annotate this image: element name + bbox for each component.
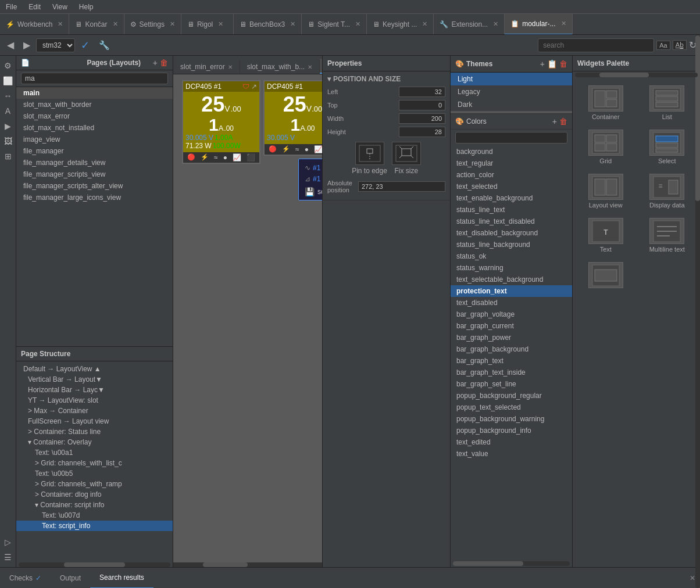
tree-item-text-b5[interactable]: Text: \u00b5 — [16, 468, 173, 479]
color-text-disabled[interactable]: text_disabled — [451, 297, 572, 309]
gear-icon-btn[interactable]: ⚙ — [2, 59, 15, 72]
status-search-results-tab[interactable]: Search results — [90, 568, 153, 589]
page-item-image-view[interactable]: image_view — [16, 134, 173, 145]
color-bar-graph-current[interactable]: bar_graph_current — [451, 320, 572, 332]
add-color-button[interactable]: + — [552, 117, 557, 126]
tree-item-grid-channels[interactable]: > Grid: channels_with_list_c — [16, 458, 173, 468]
menu-edit[interactable]: Edit — [23, 2, 47, 12]
page-item-file-manager-scripts-alter[interactable]: file_manager_scripts_alter_view — [16, 180, 173, 192]
tree-item-default[interactable]: Default → LayoutView ▲ — [16, 364, 173, 374]
color-background[interactable]: background — [451, 146, 572, 157]
tree-item-text-script-info[interactable]: Text: script_info — [16, 521, 173, 531]
tree-item-hbar[interactable]: Horizontal Bar → Layc▼ — [16, 385, 173, 395]
tree-item-overlay[interactable]: ▾ Container: Overlay — [16, 437, 173, 447]
copy-theme-button[interactable]: 📋 — [547, 59, 557, 69]
color-bar-graph-voltage[interactable]: bar_graph_voltage — [451, 309, 572, 320]
widget-unknown[interactable] — [576, 259, 635, 293]
fix-size-btn[interactable]: Fix size — [392, 142, 421, 175]
tree-item-text-a1[interactable]: Text: \u00a1 — [16, 447, 173, 458]
tab-benchbox[interactable]: 🖥 BenchBox3 ✕ — [234, 14, 302, 35]
color-status-ok[interactable]: status_ok — [451, 250, 572, 262]
image-icon-btn[interactable]: 🖼 — [2, 135, 15, 148]
sub-tab-slot-min[interactable]: slot_min_error ✕ — [173, 60, 240, 74]
tab-extension[interactable]: 🔧 Extension... ✕ — [434, 14, 505, 35]
tab-koncar[interactable]: 🖥 Končar ✕ — [69, 14, 124, 35]
page-item-file-manager-large[interactable]: file_manager_large_icons_view — [16, 192, 173, 203]
tab-keysight-close[interactable]: ✕ — [422, 20, 427, 28]
color-status-line-text-disabled[interactable]: status_line_text_disabled — [451, 216, 572, 227]
search-input[interactable] — [538, 38, 654, 52]
page-item-slot-max-border[interactable]: slot_max_with_border — [16, 99, 173, 110]
add-page-button[interactable]: + — [153, 58, 158, 67]
menu-file[interactable]: File — [0, 2, 23, 12]
widget-display-data[interactable]: ≡ Display data — [638, 170, 697, 212]
widget-container[interactable]: Container — [576, 82, 635, 124]
status-checks-tab[interactable]: Checks ✓ — [0, 568, 51, 589]
delete-page-button[interactable]: 🗑 — [160, 58, 168, 67]
device-select[interactable]: stm32 — [36, 38, 75, 52]
tab-benchbox-close[interactable]: ✕ — [290, 20, 295, 28]
tab-extension-close[interactable]: ✕ — [493, 20, 498, 28]
prop-width-value[interactable] — [399, 113, 445, 124]
color-bar-graph-text[interactable]: bar_graph_text — [451, 355, 572, 367]
delete-color-button[interactable]: 🗑 — [559, 117, 567, 126]
theme-item-dark[interactable]: Dark — [451, 98, 572, 111]
color-text-value[interactable]: text_value — [451, 448, 572, 460]
tree-item-vbar[interactable]: Vertical Bar → Layout▼ — [16, 374, 173, 385]
color-bar-graph-text-inside[interactable]: bar_graph_text_inside — [451, 367, 572, 378]
widget-layout-view[interactable]: Layout view — [576, 170, 635, 212]
tree-item-max[interactable]: > Max → Container — [16, 406, 173, 416]
color-popup-text-selected[interactable]: popup_text_selected — [451, 401, 572, 413]
tab-modular-close[interactable]: ✕ — [561, 20, 566, 27]
tab-settings[interactable]: ⚙ Settings ✕ — [124, 14, 181, 35]
widget-icon-btn[interactable]: ⊞ — [2, 150, 15, 163]
tab-siglent[interactable]: 🖥 Siglent T... ✕ — [302, 14, 367, 35]
color-text-selectable-bg[interactable]: text_selectable_background — [451, 274, 572, 285]
page-item-file-manager[interactable]: file_manager — [16, 145, 173, 157]
page-item-slot-max-not-installed[interactable]: slot_max_not_installed — [16, 122, 173, 134]
menu-help[interactable]: Help — [73, 2, 99, 12]
theme-item-light[interactable]: Light — [451, 73, 572, 85]
tree-item-grid-ramp[interactable]: > Grid: channels_with_ramp — [16, 479, 173, 489]
page-item-main[interactable]: main — [16, 87, 173, 99]
sub-tab-main[interactable]: main ✕ — [320, 59, 322, 74]
pin-to-edge-btn[interactable]: Pin to edge — [352, 142, 387, 175]
media-icon-btn[interactable]: ▶ — [2, 120, 15, 132]
tab-workbench[interactable]: ⚡ Workbench ✕ — [0, 14, 69, 35]
color-popup-bg-warning[interactable]: popup_background_warning — [451, 413, 572, 425]
tree-item-text-7d[interactable]: Text: \u007d — [16, 510, 173, 521]
color-status-line-text[interactable]: status_line_text — [451, 204, 572, 216]
colors-search-input[interactable] — [455, 132, 567, 144]
color-status-warning[interactable]: status_warning — [451, 262, 572, 274]
widget-text[interactable]: T Text — [576, 214, 635, 256]
color-action-color[interactable]: action_color — [451, 169, 572, 181]
search-aa-button[interactable]: Aa — [656, 41, 670, 50]
widget-list[interactable]: List — [638, 82, 697, 124]
tree-item-yt[interactable]: YT → LayoutView: slot — [16, 395, 173, 406]
widget-grid[interactable]: Grid — [576, 126, 635, 168]
abs-pos-value[interactable] — [358, 181, 445, 192]
sub-tab-slot-max-close[interactable]: ✕ — [308, 64, 312, 70]
status-output-tab[interactable]: Output — [51, 568, 90, 589]
page-item-file-manager-details[interactable]: file_manager_details_view — [16, 157, 173, 168]
search-ab-button[interactable]: Ab̲ — [673, 40, 687, 50]
tree-item-status[interactable]: > Container: Status line — [16, 426, 173, 437]
delete-theme-button[interactable]: 🗑 — [559, 59, 567, 69]
tab-koncar-close[interactable]: ✕ — [113, 20, 118, 28]
color-text-enable-bg[interactable]: text_enable_background — [451, 192, 572, 204]
tab-rigol[interactable]: 🖥 Rigol ✕ — [181, 14, 234, 35]
prop-top-value[interactable] — [399, 100, 445, 110]
back-button[interactable]: ◀ — [3, 38, 17, 52]
sub-tab-slot-max[interactable]: slot_max_with_b... ✕ — [240, 60, 320, 74]
tab-settings-close[interactable]: ✕ — [170, 20, 175, 28]
tab-keysight[interactable]: 🖥 Keysight ... ✕ — [367, 14, 434, 35]
tab-modular[interactable]: 📋 modular-... ✕ — [505, 14, 572, 35]
menu-view[interactable]: View — [47, 2, 73, 12]
color-bar-graph-power[interactable]: bar_graph_power — [451, 332, 572, 343]
text-icon-btn[interactable]: A — [2, 105, 15, 117]
layout-icon-btn[interactable]: ⬜ — [2, 74, 15, 87]
wrench-button[interactable]: 🔧 — [95, 38, 113, 52]
color-text-disabled-bg[interactable]: text_disabled_background — [451, 227, 572, 239]
widget-multiline-text[interactable]: Multiline text — [638, 214, 697, 256]
color-bar-graph-bg[interactable]: bar_graph_background — [451, 343, 572, 355]
